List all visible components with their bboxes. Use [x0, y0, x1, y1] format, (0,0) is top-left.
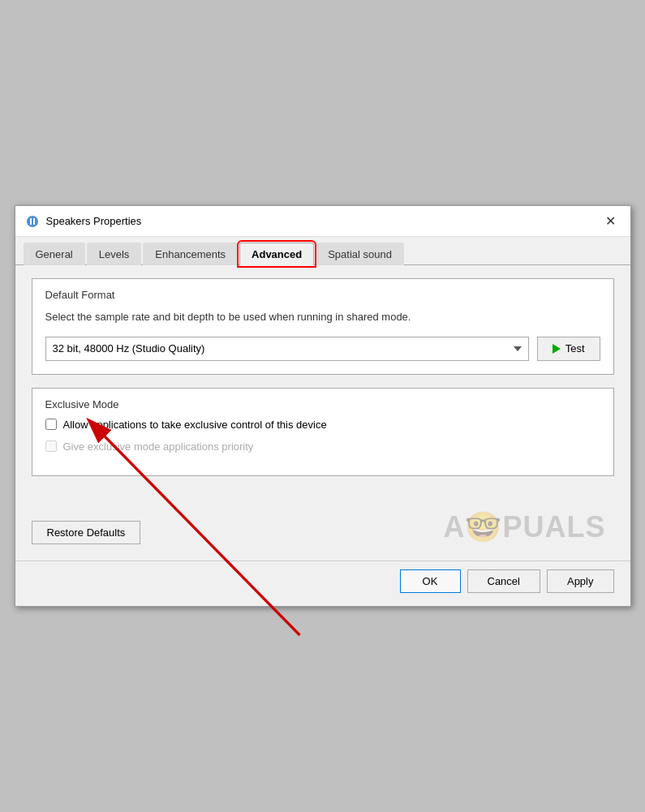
tab-spatial-sound[interactable]: Spatial sound [316, 243, 404, 265]
format-row: 32 bit, 48000 Hz (Studio Quality) Test [45, 337, 600, 361]
test-button[interactable]: Test [537, 337, 600, 361]
tabs-bar: General Levels Enhancements Advanced Spa… [15, 237, 630, 265]
cancel-button[interactable]: Cancel [467, 569, 540, 593]
play-icon [553, 344, 561, 354]
title-bar: Speakers Properties ✕ [15, 206, 630, 237]
default-format-description: Select the sample rate and bit depth to … [45, 309, 600, 325]
window-icon [25, 214, 40, 229]
restore-defaults-button[interactable]: Restore Defaults [32, 521, 141, 544]
give-priority-checkbox[interactable] [45, 440, 57, 452]
logo-text: A🤓PUALS [443, 510, 605, 544]
svg-point-0 [27, 216, 38, 227]
exclusive-mode-label: Exclusive Mode [45, 398, 600, 410]
appuals-logo: A🤓PUALS [443, 510, 605, 544]
give-priority-label: Give exclusive mode applications priorit… [63, 440, 254, 453]
tab-advanced[interactable]: Advanced [239, 243, 314, 265]
give-priority-row: Give exclusive mode applications priorit… [45, 440, 600, 453]
dialog-content: Default Format Select the sample rate an… [15, 265, 630, 502]
speakers-properties-dialog: Speakers Properties ✕ General Levels Enh… [15, 205, 631, 607]
allow-exclusive-checkbox[interactable] [45, 419, 57, 430]
default-format-label: Default Format [45, 289, 600, 301]
format-select[interactable]: 32 bit, 48000 Hz (Studio Quality) [45, 337, 529, 361]
tab-enhancements[interactable]: Enhancements [143, 243, 238, 265]
tab-general[interactable]: General [24, 243, 85, 265]
allow-exclusive-row: Allow applications to take exclusive con… [45, 419, 600, 431]
dialog-footer: OK Cancel Apply [15, 561, 630, 606]
svg-rect-2 [33, 218, 35, 225]
close-button[interactable]: ✕ [601, 212, 621, 231]
ok-button[interactable]: OK [400, 569, 461, 593]
watermark-area: A🤓PUALS [140, 510, 613, 544]
test-button-label: Test [565, 342, 585, 354]
tab-levels[interactable]: Levels [87, 243, 142, 265]
bottom-section: Restore Defaults A🤓PUALS [15, 502, 630, 561]
svg-rect-1 [30, 218, 32, 225]
default-format-section: Default Format Select the sample rate an… [32, 278, 614, 375]
window-title: Speakers Properties [46, 215, 601, 227]
allow-exclusive-label[interactable]: Allow applications to take exclusive con… [63, 419, 327, 431]
exclusive-mode-section: Exclusive Mode Allow applications to tak… [32, 388, 614, 476]
apply-button[interactable]: Apply [547, 569, 614, 593]
